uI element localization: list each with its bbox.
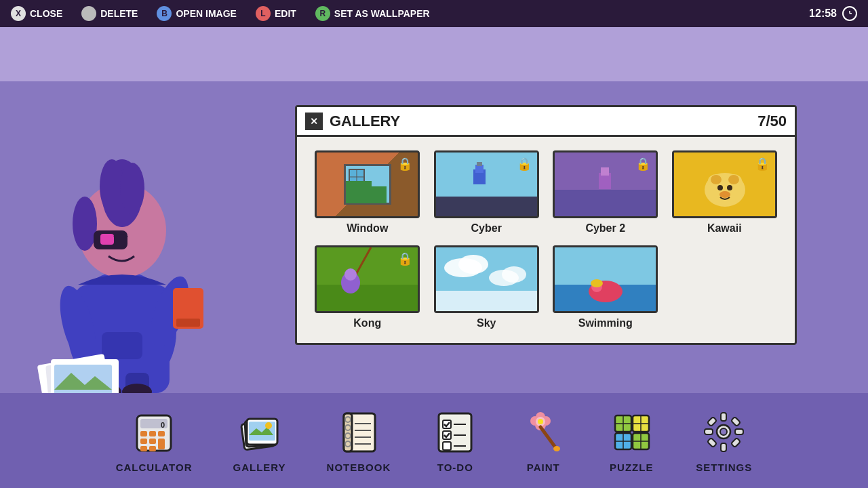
svg-point-6: [120, 163, 144, 214]
gallery-window: ✕ GALLERY 7/50 🔒 Window: [295, 105, 797, 345]
svg-rect-9: [100, 234, 114, 245]
svg-rect-122: [731, 417, 741, 426]
svg-rect-25: [346, 186, 387, 203]
svg-point-125: [720, 428, 727, 435]
dock: 0 CALCULATOR: [0, 393, 868, 488]
svg-point-43: [728, 175, 739, 184]
lock-icon-kawaii: 🔒: [755, 157, 770, 171]
svg-rect-68: [158, 431, 165, 436]
svg-point-51: [344, 268, 357, 281]
gallery-item-window[interactable]: 🔒 Window: [313, 150, 422, 235]
todo-icon: [431, 409, 479, 456]
gallery-item-swimming[interactable]: Swimming: [551, 245, 660, 329]
dock-item-todo[interactable]: TO-DO: [431, 409, 479, 473]
time-display: 12:58: [809, 7, 837, 20]
dock-label-puzzle: PUZZLE: [610, 462, 653, 473]
svg-rect-33: [477, 162, 482, 166]
svg-rect-19: [102, 332, 142, 359]
svg-rect-123: [707, 438, 717, 447]
paint-icon: [519, 409, 567, 456]
dock-label-paint: PAINT: [527, 462, 560, 473]
gallery-item-cyber2[interactable]: 🔒 Cyber 2: [551, 150, 660, 235]
lock-icon: 🔒: [397, 157, 412, 171]
gallery-grid: 🔒 Window 🔒: [297, 137, 795, 343]
svg-point-101: [538, 419, 543, 424]
delete-label: DELETE: [100, 8, 138, 19]
gallery-close-button[interactable]: ✕: [305, 113, 323, 130]
gallery-label-swimming: Swimming: [578, 317, 633, 329]
svg-rect-35: [555, 190, 656, 216]
svg-rect-118: [721, 443, 726, 451]
gallery-label-cyber: Cyber: [471, 222, 502, 235]
gallery-thumb-window: 🔒: [315, 150, 420, 218]
svg-rect-66: [140, 431, 147, 436]
character-illustration: [14, 88, 244, 393]
gallery-thumb-kong: 🔒: [315, 245, 420, 313]
gallery-label-kawaii: Kawaii: [707, 222, 742, 235]
svg-rect-121: [707, 417, 717, 426]
svg-rect-14: [176, 319, 200, 327]
svg-point-46: [719, 191, 730, 198]
dock-item-puzzle[interactable]: PUZZLE: [608, 409, 655, 473]
set-wallpaper-button[interactable]: R SET AS WALLPAPER: [315, 6, 430, 21]
puzzle-icon: [608, 409, 655, 456]
lock-icon-cyber: 🔒: [517, 157, 532, 171]
svg-rect-71: [158, 439, 165, 449]
gallery-item-sky[interactable]: Sky: [433, 245, 541, 329]
svg-point-103: [553, 446, 560, 451]
svg-rect-119: [705, 429, 713, 434]
gallery-dock-icon: [236, 409, 283, 456]
gallery-item-kong[interactable]: 🔒 Kong: [313, 245, 422, 329]
calculator-icon: 0: [130, 409, 178, 456]
gallery-thumb-kawaii: 🔒: [672, 150, 777, 218]
dock-item-calculator[interactable]: 0 CALCULATOR: [116, 409, 193, 473]
x-button-icon: X: [11, 6, 26, 21]
gallery-titlebar: ✕ GALLERY 7/50: [297, 107, 795, 137]
svg-line-102: [540, 427, 555, 447]
gallery-title: GALLERY: [330, 113, 751, 130]
toolbar: X CLOSE DELETE B OPEN IMAGE L EDIT R SET…: [0, 0, 868, 27]
gallery-thumb-swimming: [553, 245, 658, 313]
gallery-label-window: Window: [347, 222, 388, 235]
gallery-label-cyber2: Cyber 2: [585, 222, 625, 235]
svg-point-55: [458, 255, 488, 274]
delete-button[interactable]: DELETE: [81, 6, 138, 21]
svg-point-44: [717, 185, 723, 190]
svg-rect-73: [149, 446, 156, 451]
svg-rect-53: [436, 291, 537, 311]
gallery-thumb-sky: [434, 245, 539, 313]
close-label: CLOSE: [30, 8, 62, 19]
dock-item-gallery[interactable]: GALLERY: [233, 409, 285, 473]
dock-label-gallery: GALLERY: [233, 462, 285, 473]
dock-label-settings: SETTINGS: [696, 462, 752, 473]
svg-rect-117: [721, 413, 726, 421]
dock-item-paint[interactable]: PAINT: [519, 409, 567, 473]
notebook-icon: [335, 409, 382, 456]
set-wallpaper-label: SET AS WALLPAPER: [334, 8, 430, 19]
settings-icon: [701, 409, 748, 456]
svg-point-45: [727, 185, 732, 190]
open-image-button[interactable]: B OPEN IMAGE: [157, 6, 236, 21]
dock-item-settings[interactable]: SETTINGS: [696, 409, 752, 473]
r-button-icon: R: [315, 6, 330, 21]
svg-point-42: [711, 175, 722, 184]
edit-label: EDIT: [275, 8, 296, 19]
svg-rect-70: [149, 439, 156, 444]
dock-item-notebook[interactable]: NOTEBOOK: [327, 409, 391, 473]
svg-point-57: [502, 266, 526, 283]
svg-rect-72: [140, 446, 147, 451]
svg-rect-37: [601, 167, 609, 176]
svg-rect-30: [436, 197, 537, 216]
svg-point-62: [591, 279, 603, 287]
gallery-thumb-cyber: 🔒: [434, 150, 539, 218]
gallery-item-kawaii[interactable]: 🔒 Kawaii: [671, 150, 779, 235]
svg-rect-48: [317, 285, 418, 311]
thumb-window-inner: [344, 164, 391, 205]
edit-button[interactable]: L EDIT: [256, 6, 296, 21]
close-button[interactable]: X CLOSE: [11, 6, 62, 21]
dash-button-icon: [81, 6, 96, 21]
gallery-count: 7/50: [757, 113, 787, 130]
svg-point-78: [265, 422, 272, 429]
gallery-item-cyber[interactable]: 🔒 Cyber: [433, 150, 541, 235]
gallery-label-kong: Kong: [353, 317, 381, 329]
